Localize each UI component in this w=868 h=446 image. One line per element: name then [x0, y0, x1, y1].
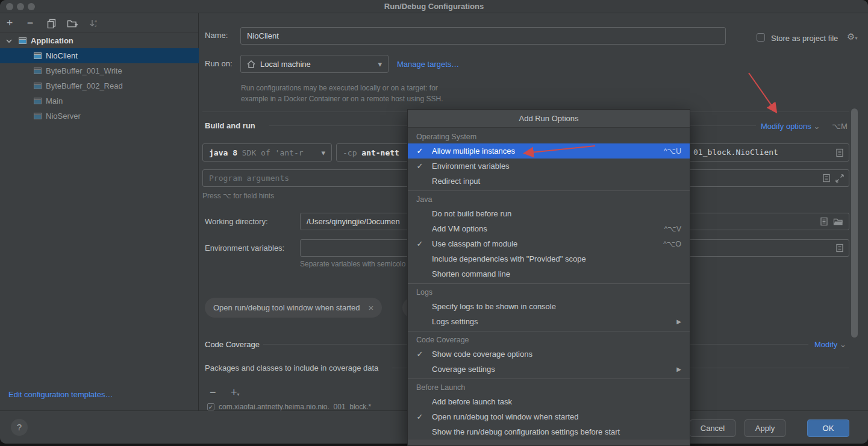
- edit-configuration-templates-link[interactable]: Edit configuration templates…: [8, 390, 113, 399]
- check-icon: ✓: [408, 254, 432, 263]
- menu-item-label: Allow multiple instances: [432, 146, 515, 155]
- insert-macro-icon[interactable]: [835, 243, 844, 253]
- menu-item-environment-variables[interactable]: ✓ Environment variables: [408, 159, 690, 174]
- scrollbar-thumb[interactable]: [851, 108, 858, 338]
- add-configuration-button[interactable]: +: [1, 15, 18, 31]
- chevron-down-icon[interactable]: [6, 39, 12, 43]
- working-directory-label: Working directory:: [205, 217, 268, 226]
- expand-field-icon[interactable]: [835, 174, 844, 183]
- help-button[interactable]: ?: [11, 419, 28, 436]
- copy-configuration-button[interactable]: [43, 15, 60, 31]
- plus-icon: +: [231, 386, 237, 398]
- menu-item-allow-multiple-instances[interactable]: ✓ Allow multiple instances ^⌥U: [408, 143, 690, 159]
- cancel-button[interactable]: Cancel: [690, 419, 735, 437]
- menu-item-do-not-build-before-run[interactable]: ✓ Do not build before run: [408, 206, 690, 221]
- screen: Run/Debug Configurations + − az Applica: [0, 0, 868, 446]
- run-config-icon: [33, 52, 42, 60]
- popup-section-java: Java: [408, 193, 690, 206]
- working-directory-value: /Users/qinyingjie/Documen: [307, 217, 400, 226]
- new-folder-button[interactable]: [64, 15, 81, 31]
- tree-item-main[interactable]: Main: [0, 93, 199, 108]
- check-icon: ✓: [408, 350, 432, 359]
- apply-button[interactable]: Apply: [745, 419, 785, 437]
- insert-macro-icon[interactable]: [822, 174, 831, 183]
- dropdown-arrow-icon: ▾: [321, 148, 325, 157]
- tree-item-bytebuffer-001[interactable]: ByteBuffer_001_Write: [0, 63, 199, 78]
- classpath-value: ant-nett: [357, 148, 399, 157]
- run-config-icon: [33, 112, 42, 120]
- run-on-value: Local machine: [260, 60, 311, 69]
- tree-group-application[interactable]: Application: [0, 33, 199, 48]
- menu-item-show-settings-before-start[interactable]: ✓ Show the run/debug configuration setti…: [408, 424, 690, 439]
- copy-icon: [47, 19, 57, 28]
- tree-item-nioclient[interactable]: NioClient: [0, 48, 199, 63]
- jdk-detail: SDK of 'ant-r: [237, 148, 304, 157]
- run-option-tag[interactable]: Open run/debug tool window when started …: [205, 298, 382, 318]
- check-icon: ✓: [408, 397, 432, 406]
- check-icon: ✓: [408, 412, 432, 421]
- menu-item-label: Add VM options: [432, 224, 487, 233]
- coverage-remove-button[interactable]: −: [210, 386, 216, 399]
- menu-item-specify-logs[interactable]: ✓ Specify logs to be shown in console: [408, 299, 690, 314]
- check-icon: ✓: [408, 146, 432, 155]
- popup-footer-strip: [408, 439, 690, 445]
- menu-item-label: Logs settings: [432, 317, 478, 326]
- menu-item-redirect-input[interactable]: ✓ Redirect input: [408, 174, 690, 189]
- coverage-add-button[interactable]: +▾: [231, 386, 240, 399]
- insert-macro-icon[interactable]: [820, 217, 828, 226]
- menu-item-add-before-launch-task[interactable]: ✓ Add before launch task: [408, 394, 690, 409]
- coverage-row-checkbox[interactable]: ✓: [207, 403, 214, 410]
- store-as-project-file-checkbox[interactable]: [757, 33, 765, 42]
- menu-item-show-code-coverage-options[interactable]: ✓ Show code coverage options: [408, 347, 690, 362]
- name-input[interactable]: NioClient: [240, 27, 726, 45]
- gear-icon: ⚙: [847, 31, 855, 42]
- environment-variables-hint: Separate variables with semicolo: [300, 260, 405, 268]
- menu-item-shorten-command-line[interactable]: ✓ Shorten command line: [408, 266, 690, 281]
- remove-configuration-button[interactable]: −: [22, 15, 39, 31]
- manage-targets-link[interactable]: Manage targets…: [397, 60, 459, 69]
- menu-item-include-provided-scope[interactable]: ✓ Include dependencies with "Provided" s…: [408, 251, 690, 266]
- popup-section-code-coverage: Code Coverage: [408, 333, 690, 347]
- environment-variables-label: Environment variables:: [205, 243, 284, 253]
- popup-section-before-launch: Before Launch: [408, 381, 690, 394]
- run-on-hint-line1: Run configurations may be executed local…: [241, 84, 438, 92]
- browse-folder-icon[interactable]: [833, 218, 844, 226]
- check-icon: ✓: [408, 317, 432, 326]
- tree-item-nioserver[interactable]: NioServer: [0, 108, 199, 124]
- menu-item-coverage-settings[interactable]: ✓ Coverage settings ▶: [408, 362, 690, 377]
- submenu-arrow-icon: ▶: [676, 366, 681, 372]
- menu-item-open-run-debug-tool-window[interactable]: ✓ Open run/debug tool window when starte…: [408, 409, 690, 424]
- build-and-run-header: Build and run: [205, 121, 255, 130]
- check-icon: ✓: [408, 224, 432, 233]
- plus-icon: +: [7, 15, 13, 31]
- run-on-select[interactable]: Local machine ▾: [240, 55, 389, 73]
- menu-item-label: Coverage settings: [432, 365, 495, 374]
- menu-item-logs-settings[interactable]: ✓ Logs settings ▶: [408, 314, 690, 329]
- run-on-hint-line2: example in a Docker Container or on a re…: [241, 95, 443, 103]
- chevron-down-icon: ⌄: [813, 122, 820, 131]
- run-config-icon: [33, 82, 42, 90]
- coverage-modify-link[interactable]: Modify ⌄: [814, 340, 846, 349]
- insert-macro-icon[interactable]: [835, 148, 844, 157]
- ok-button[interactable]: OK: [807, 419, 849, 437]
- modify-options-link[interactable]: Modify options ⌄: [761, 122, 820, 131]
- menu-item-add-vm-options[interactable]: ✓ Add VM options ^⌥V: [408, 221, 690, 236]
- coverage-package-row[interactable]: ✓ com.xiaofai.antnetty.heima.nio.nio._00…: [207, 403, 371, 411]
- store-settings-gear-button[interactable]: ⚙▾: [847, 31, 857, 42]
- run-config-icon: [33, 97, 42, 105]
- close-icon[interactable]: ×: [369, 303, 374, 313]
- check-icon: ✓: [408, 162, 432, 171]
- menu-item-label: Open run/debug tool window when started: [432, 412, 579, 421]
- menu-item-label: Include dependencies with "Provided" sco…: [432, 254, 586, 263]
- sort-configurations-button[interactable]: az: [86, 15, 102, 31]
- run-config-icon: [33, 67, 42, 75]
- name-value: NioClient: [247, 31, 279, 40]
- tree-item-bytebuffer-002[interactable]: ByteBuffer_002_Read: [0, 78, 199, 93]
- jdk-select[interactable]: java 8 SDK of 'ant-r ▾: [202, 143, 332, 162]
- submenu-arrow-icon: ▶: [676, 318, 681, 325]
- window-title: Run/Debug Configurations: [0, 0, 868, 13]
- menu-item-use-classpath-of-module[interactable]: ✓ Use classpath of module ^⌥O: [408, 236, 690, 251]
- titlebar: Run/Debug Configurations: [0, 0, 868, 13]
- modify-options-shortcut: ⌥M: [832, 122, 848, 131]
- application-icon: [18, 37, 27, 45]
